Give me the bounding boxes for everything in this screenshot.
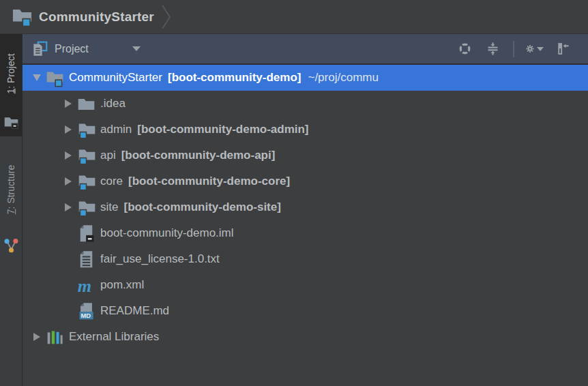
row-name: site (100, 201, 118, 214)
view-mode-dropdown[interactable]: Project (31, 40, 141, 58)
module-folder-icon (77, 173, 95, 191)
target-icon (458, 42, 472, 56)
iml-file-icon (77, 224, 95, 243)
breadcrumb-chevron-icon (161, 3, 173, 31)
tree-row-pom-file[interactable]: pom.xml (23, 272, 588, 298)
row-name: core (100, 175, 123, 188)
tree-row-api[interactable]: api [boot-community-demo-api] (23, 143, 588, 168)
chevron-down-icon (537, 47, 544, 51)
hide-panel-button[interactable] (554, 40, 572, 58)
settings-button[interactable] (526, 40, 544, 58)
text-file-icon (77, 250, 95, 269)
row-name: boot-community-demo.iml (100, 226, 234, 240)
hide-panel-icon (556, 42, 570, 56)
module-folder-icon (77, 147, 95, 165)
project-view-icon (31, 40, 48, 58)
libraries-icon (46, 328, 64, 346)
collapsed-chevron-icon[interactable] (59, 194, 77, 220)
collapsed-chevron-icon[interactable] (59, 117, 77, 143)
tree-row-iml-file[interactable]: boot-community-demo.iml (23, 220, 588, 246)
navigation-bar: CommunityStarter (0, 0, 588, 34)
tool-window-tab-structure[interactable]: 7: Structure (0, 147, 22, 254)
module-folder-icon (77, 121, 95, 139)
locate-target-button[interactable] (456, 40, 473, 58)
tree-row-core[interactable]: core [boot-community-demo-core] (23, 168, 588, 194)
tool-window-stripe: 1: Project 7: Structure (0, 34, 23, 386)
row-name: External Libraries (69, 330, 159, 344)
collapsed-chevron-icon[interactable] (59, 143, 77, 168)
collapsed-chevron-icon[interactable] (59, 168, 77, 194)
project-tab-icon (3, 114, 19, 130)
markdown-file-icon (77, 302, 95, 321)
row-name: README.md (100, 304, 169, 318)
row-name: pom.xml (100, 278, 144, 292)
gear-icon (526, 42, 534, 56)
tool-window-title: Project (55, 43, 89, 55)
tree-row-project-root[interactable]: CommunityStarter [boot-community-demo] ~… (23, 65, 588, 91)
row-module: [boot-community-demo-admin] (137, 123, 308, 136)
breadcrumb-project[interactable]: CommunityStarter (12, 6, 154, 27)
collapse-all-icon (486, 42, 500, 56)
chevron-down-icon (132, 46, 141, 51)
structure-tab-label: 7: Structure (5, 165, 16, 214)
row-path: ~/proj/commu (308, 71, 378, 85)
row-name: .idea (100, 97, 126, 110)
row-module: [boot-community-demo-site] (123, 201, 280, 214)
tree-row-external-libraries[interactable]: External Libraries (23, 324, 588, 350)
row-name: CommunityStarter (69, 71, 162, 85)
project-root-folder-icon (12, 6, 33, 27)
tree-row-idea[interactable]: .idea (23, 91, 588, 117)
row-module: [boot-community-demo-core] (128, 175, 290, 188)
project-tab-label: 1: Project (5, 53, 16, 93)
header-actions (456, 40, 588, 58)
tree-row-license-file[interactable]: fair_use_license-1.0.txt (23, 246, 588, 272)
collapsed-chevron-icon[interactable] (28, 324, 46, 350)
project-root-folder-icon (46, 69, 64, 87)
structure-tab-label-wrap: 7: Structure (0, 147, 22, 232)
toolbar-separator (513, 41, 514, 57)
module-folder-icon (77, 198, 95, 217)
project-panel: Project (23, 34, 588, 386)
maven-file-icon (77, 276, 95, 295)
row-module: [boot-community-demo-api] (121, 149, 276, 162)
row-name: api (100, 149, 116, 162)
tree-row-site[interactable]: site [boot-community-demo-site] (23, 194, 588, 220)
ide-project-tool-window: CommunityStarter 1: Project 7: Structure (0, 0, 588, 386)
collapsed-chevron-icon[interactable] (59, 91, 77, 117)
tree-row-admin[interactable]: admin [boot-community-demo-admin] (23, 117, 588, 143)
breadcrumb-project-label: CommunityStarter (39, 10, 154, 25)
tool-window-header: Project (23, 34, 588, 65)
folder-icon (77, 95, 95, 113)
collapse-all-button[interactable] (484, 40, 501, 58)
project-tab-label-wrap: 1: Project (0, 40, 22, 108)
row-name: fair_use_license-1.0.txt (100, 252, 220, 266)
expanded-chevron-icon[interactable] (28, 65, 46, 91)
row-module: [boot-community-demo] (168, 71, 301, 85)
structure-tab-icon (3, 238, 19, 254)
row-name: admin (100, 123, 132, 136)
tree-row-readme-file[interactable]: README.md (23, 298, 588, 324)
tool-window-tab-project[interactable]: 1: Project (0, 34, 22, 136)
project-tree: CommunityStarter [boot-community-demo] ~… (23, 65, 588, 386)
